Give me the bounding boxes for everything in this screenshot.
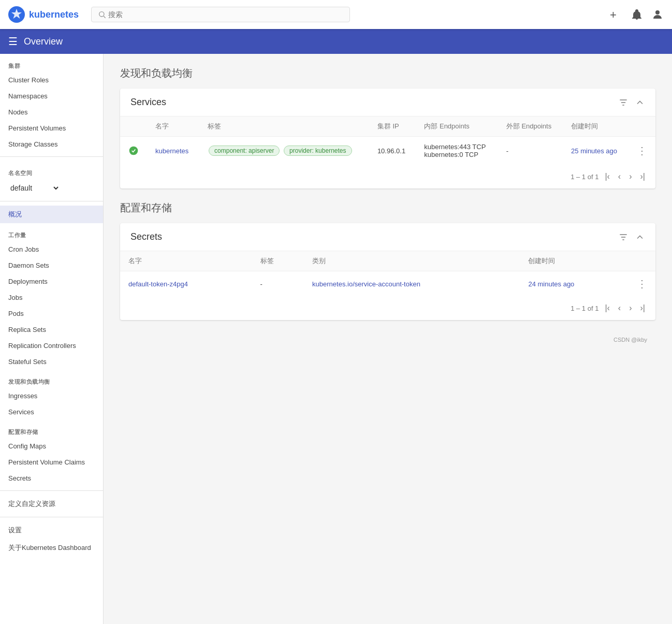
svg-text:+: + [610,8,617,21]
divider2 [0,201,103,201]
table-row: default-token-z4pg4 - kubernetes.io/serv… [120,271,655,297]
add-icon[interactable]: + [610,8,622,21]
service-cluster-ip-cell: 10.96.0.1 [369,137,416,165]
col-cluster-ip: 集群 IP [369,117,416,137]
sidebar-item-settings[interactable]: 设置 [0,521,103,539]
created-link[interactable]: 25 minutes ago [571,147,617,155]
table-row: kubernetes component: apiserver provider… [120,137,655,165]
filter-icon[interactable] [618,97,629,108]
notification-icon[interactable] [631,8,643,21]
filter-icon-secrets[interactable] [618,232,629,242]
services-pagination: 1 – 1 of 1 |‹ ‹ › ›| [120,165,655,188]
divider4 [0,517,103,517]
namespace-select[interactable]: default kube-system [8,183,60,193]
pagination-last[interactable]: ›| [638,170,647,183]
logo[interactable]: kubernetes [8,6,79,23]
sidebar-item-daemon-sets[interactable]: Daemon Sets [0,257,103,273]
services-card-actions [618,97,645,108]
sec-col-actions-header [629,251,655,271]
sec-col-created: 创建时间 [520,251,629,271]
section2-title: 配置和存储 [120,201,655,215]
status-cell [120,137,147,165]
discovery-section-label: 发现和负载均衡 [0,370,103,388]
service-tags-cell: component: apiserver provider: kubernete… [199,137,369,165]
sidebar-item-pods[interactable]: Pods [0,306,103,322]
sidebar-item-storage-classes[interactable]: Storage Classes [0,136,103,152]
config-section-label: 配置和存储 [0,420,103,438]
category-link[interactable]: kubernetes.io/service-account-token [312,280,420,288]
search-icon [98,10,106,19]
sidebar-item-services[interactable]: Services [0,404,103,420]
service-internal-cell: kubernetes:443 TCP kubernetes:0 TCP [416,137,498,165]
secret-name-cell: default-token-z4pg4 [120,271,252,297]
collapse-icon[interactable] [635,97,645,108]
secrets-pagination-prev[interactable]: ‹ [616,301,623,315]
sidebar-item-persistent-volumes[interactable]: Persistent Volumes [0,120,103,136]
sidebar-item-replication-controllers[interactable]: Replication Controllers [0,338,103,354]
pagination-first[interactable]: |‹ [603,170,611,183]
sidebar-item-namespaces[interactable]: Namespaces [0,88,103,104]
secrets-pagination-last[interactable]: ›| [638,301,647,315]
sidebar-item-replica-sets[interactable]: Replica Sets [0,322,103,338]
topbar-actions: + [610,8,664,21]
pagination-prev[interactable]: ‹ [616,170,623,183]
sec-col-name: 名字 [120,251,252,271]
services-table: 名字 标签 集群 IP 内部 Endpoints 外部 Endpoints 创建… [120,117,655,165]
sidebar-item-ingresses[interactable]: Ingresses [0,388,103,404]
sidebar-item-nodes[interactable]: Nodes [0,104,103,120]
sidebar-item-jobs[interactable]: Jobs [0,289,103,306]
sidebar-item-about[interactable]: 关于Kubernetes Dashboard [0,539,103,557]
status-ok-icon [128,146,139,156]
user-icon[interactable] [651,8,664,21]
secret-tags-cell: - [252,271,304,297]
service-link[interactable]: kubernetes [155,147,188,155]
sidebar-item-custom-resources[interactable]: 定义自定义资源 [0,495,103,513]
tag-1: component: apiserver [209,146,280,156]
collapse-icon-secrets[interactable] [635,232,645,242]
sidebar-item-secrets[interactable]: Secrets [0,470,103,486]
col-status [120,117,147,137]
pagination-next[interactable]: › [627,170,634,183]
sidebar-item-cluster-roles[interactable]: Cluster Roles [0,72,103,88]
secret-created-cell: 24 minutes ago [520,271,629,297]
secrets-pagination: 1 – 1 of 1 |‹ ‹ › ›| [120,296,655,320]
namespace-selector[interactable]: default kube-system [0,179,103,197]
svg-point-1 [99,12,104,17]
overview-bar: ☰ Overview [0,29,672,54]
sidebar-item-config-maps[interactable]: Config Maps [0,438,103,454]
pagination-text: 1 – 1 of 1 [571,173,598,181]
search-input[interactable] [108,10,343,19]
col-tags: 标签 [199,117,369,137]
secrets-pagination-next[interactable]: › [627,301,634,315]
services-card-title: Services [130,97,166,108]
divider [0,156,103,157]
sidebar-item-cron-jobs[interactable]: Cron Jobs [0,241,103,257]
secret-created-link[interactable]: 24 minutes ago [528,280,574,288]
sidebar-item-stateful-sets[interactable]: Stateful Sets [0,354,103,370]
col-created: 创建时间 [563,117,629,137]
sidebar: 集群 Cluster Roles Namespaces Nodes Persis… [0,54,104,624]
secret-category-cell: kubernetes.io/service-account-token [304,271,520,297]
footer-note: CSDN @ikby [120,332,655,347]
workload-section-label: 工作量 [0,223,103,241]
topbar: kubernetes + [0,0,672,29]
divider3 [0,490,103,491]
sidebar-item-overview[interactable]: 概况 [0,206,103,223]
secrets-card-header: Secrets [120,223,655,251]
hamburger-icon[interactable]: ☰ [8,35,18,48]
secrets-card: Secrets 名字 标签 类别 [120,223,655,320]
section1-title: 发现和负载均衡 [120,66,655,80]
secrets-pagination-text: 1 – 1 of 1 [571,304,598,312]
sec-col-category: 类别 [304,251,520,271]
sidebar-item-pvc[interactable]: Persistent Volume Claims [0,454,103,470]
service-created-cell: 25 minutes ago [563,137,629,165]
overview-title: Overview [24,36,63,47]
row-actions[interactable]: ⋮ [629,137,655,165]
sidebar-item-deployments[interactable]: Deployments [0,273,103,289]
tag-2: provider: kubernetes [284,146,352,156]
kubernetes-logo-icon [8,6,25,23]
secrets-pagination-first[interactable]: |‹ [603,301,611,315]
cluster-section-label: 集群 [0,54,103,72]
secret-row-actions[interactable]: ⋮ [629,271,655,297]
secret-link[interactable]: default-token-z4pg4 [128,280,188,288]
